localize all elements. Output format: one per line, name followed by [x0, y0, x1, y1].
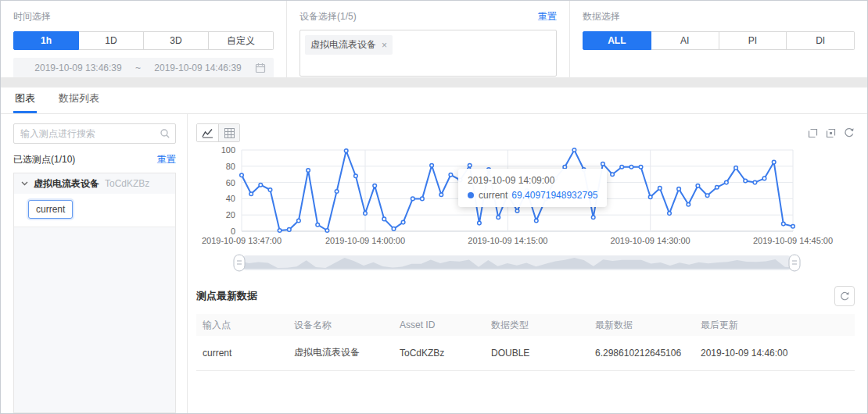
time-option-custom[interactable]: 自定义	[209, 31, 274, 50]
data-zoom-slider[interactable]	[196, 252, 855, 274]
svg-text:2019-10-09 13:47:00: 2019-10-09 13:47:00	[202, 236, 282, 245]
chart-canvas[interactable]: 0204060801002019-10-09 13:47:002019-10-0…	[196, 145, 855, 250]
time-option-1h[interactable]: 1h	[13, 31, 79, 50]
chart-refresh-icon[interactable]	[844, 127, 855, 138]
table-view-button[interactable]	[218, 124, 239, 141]
search-icon	[160, 128, 170, 139]
device-tag[interactable]: 虚拟电流表设备 ×	[305, 35, 393, 55]
tree-device-id: ToCdKZBz	[105, 178, 149, 189]
remove-device-icon[interactable]: ×	[382, 40, 387, 51]
points-sidebar: 已选测点(1/10) 重置 虚拟电流表设备 ToCdKZBz current	[1, 114, 188, 413]
svg-text:0: 0	[231, 227, 235, 236]
table-header-row: 输入点 设备名称 Asset ID 数据类型 最新数据 最后更新	[196, 314, 855, 336]
tree-device-name: 虚拟电流表设备	[34, 177, 99, 191]
refresh-icon	[840, 291, 850, 302]
cell-latest-value: 6.298610212645106	[589, 336, 694, 370]
table-refresh-button[interactable]	[834, 286, 855, 306]
data-zoom-icon[interactable]	[808, 128, 818, 138]
svg-text:80: 80	[226, 162, 235, 171]
line-chart[interactable]: 0204060801002019-10-09 13:47:002019-10-0…	[196, 145, 855, 252]
time-option-3d[interactable]: 3D	[144, 31, 209, 50]
device-select-box[interactable]: 虚拟电流表设备 ×	[299, 30, 557, 77]
points-reset-link[interactable]: 重置	[157, 153, 176, 166]
selected-points-label: 已选测点(1/10)	[13, 153, 75, 166]
search-input[interactable]	[13, 123, 176, 144]
tab-data-list[interactable]: 数据列表	[57, 85, 101, 113]
filter-bar: 时间选择 1h 1D 3D 自定义 2019-10-09 13:46:39 ~ …	[1, 1, 867, 77]
line-chart-icon	[202, 128, 213, 138]
content-area: 已选测点(1/10) 重置 虚拟电流表设备 ToCdKZBz current	[1, 114, 867, 413]
chevron-down-icon	[21, 181, 28, 186]
time-range-toggle: 1h 1D 3D 自定义	[13, 31, 274, 50]
col-asset-id: Asset ID	[393, 314, 485, 336]
calendar-icon[interactable]	[255, 62, 266, 73]
device-reset-link[interactable]: 重置	[538, 10, 557, 23]
cell-data-type: DOUBLE	[485, 336, 589, 370]
device-tree-node[interactable]: 虚拟电流表设备 ToCdKZBz	[14, 173, 175, 194]
svg-text:20: 20	[226, 210, 235, 219]
range-start: 2019-10-09 13:46:39	[21, 62, 135, 73]
monitor-dashboard: 时间选择 1h 1D 3D 自定义 2019-10-09 13:46:39 ~ …	[0, 0, 868, 414]
svg-text:2019-10-09 14:45:00: 2019-10-09 14:45:00	[753, 236, 833, 245]
col-data-type: 数据类型	[485, 314, 589, 336]
cell-input-point: current	[196, 336, 288, 370]
svg-text:2019-10-09 14:00:00: 2019-10-09 14:00:00	[325, 236, 405, 245]
latest-data-section: 测点最新数据 输入点 设备名称 Asset ID 数据类型 最新数据	[196, 286, 855, 371]
time-panel: 时间选择 1h 1D 3D 自定义 2019-10-09 13:46:39 ~ …	[1, 1, 286, 77]
cell-device-name: 虚拟电流表设备	[288, 336, 393, 370]
zoom-restore-icon[interactable]	[826, 128, 836, 138]
time-option-1d[interactable]: 1D	[79, 31, 144, 50]
col-input-point: 输入点	[196, 314, 288, 336]
date-range-picker[interactable]: 2019-10-09 13:46:39 ~ 2019-10-09 14:46:3…	[13, 58, 274, 78]
chart-view-toggle	[196, 123, 240, 142]
svg-text:40: 40	[226, 194, 235, 203]
col-latest-value: 最新数据	[589, 314, 694, 336]
data-panel-label: 数据选择	[583, 10, 855, 23]
svg-text:60: 60	[226, 178, 235, 187]
svg-text:100: 100	[221, 145, 235, 155]
device-panel: 设备选择(1/5) 重置 虚拟电流表设备 ×	[286, 1, 569, 77]
latest-data-title: 测点最新数据	[196, 289, 257, 303]
data-option-all[interactable]: ALL	[583, 31, 651, 50]
cell-last-update: 2019-10-09 14:46:00	[694, 336, 855, 370]
data-type-panel: 数据选择 ALL AI PI DI	[569, 1, 867, 77]
latest-data-table: 输入点 设备名称 Asset ID 数据类型 最新数据 最后更新 current…	[196, 314, 855, 371]
table-row: current 虚拟电流表设备 ToCdKZBz DOUBLE 6.298610…	[196, 336, 855, 370]
range-end: 2019-10-09 14:46:39	[141, 62, 255, 73]
tab-chart[interactable]: 图表	[13, 85, 37, 113]
range-separator: ~	[135, 62, 141, 73]
time-panel-label: 时间选择	[13, 10, 274, 23]
data-option-pi[interactable]: PI	[719, 31, 787, 50]
device-tree: 虚拟电流表设备 ToCdKZBz current	[13, 173, 176, 413]
view-tabs: 图表 数据列表	[1, 87, 867, 114]
device-tag-label: 虚拟电流表设备	[310, 38, 376, 52]
data-option-ai[interactable]: AI	[651, 31, 719, 50]
col-last-update: 最后更新	[694, 314, 855, 336]
svg-text:2019-10-09 14:15:00: 2019-10-09 14:15:00	[468, 236, 547, 245]
col-device-name: 设备名称	[288, 314, 393, 336]
svg-text:2019-10-09 14:30:00: 2019-10-09 14:30:00	[611, 236, 690, 245]
cell-asset-id: ToCdKZBz	[393, 336, 485, 370]
table-icon	[224, 128, 235, 138]
line-chart-view-button[interactable]	[197, 124, 218, 141]
slider-handle[interactable]	[234, 255, 245, 271]
device-panel-label: 设备选择(1/5)	[299, 10, 357, 23]
section-divider	[1, 77, 867, 87]
chart-main: 0204060801002019-10-09 13:47:002019-10-0…	[188, 114, 867, 413]
slider-handle[interactable]	[789, 255, 800, 271]
point-chip-current[interactable]: current	[28, 200, 73, 219]
data-type-toggle: ALL AI PI DI	[583, 31, 855, 50]
data-option-di[interactable]: DI	[787, 31, 855, 50]
